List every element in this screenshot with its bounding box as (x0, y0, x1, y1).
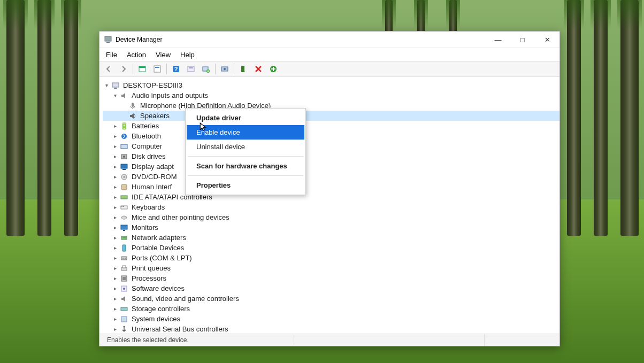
show-all-icon[interactable] (135, 62, 149, 76)
enable-device-icon[interactable] (236, 62, 250, 76)
properties-icon[interactable] (150, 62, 164, 76)
tree-category[interactable]: ▸Bluetooth (103, 131, 559, 141)
chevron-right-icon[interactable]: ▸ (111, 314, 119, 324)
tree-category[interactable]: ▸Human Interf (103, 182, 559, 192)
tree-root[interactable]: ▾ DESKTOP-ESDIII3 (103, 80, 559, 90)
chevron-right-icon[interactable]: ▸ (111, 212, 119, 222)
svg-rect-5 (155, 67, 159, 68)
menu-action[interactable]: Action (122, 50, 150, 60)
category-label: Human Interf (131, 182, 173, 192)
microphone-icon (128, 102, 137, 110)
category-label: Network adapters (131, 233, 187, 243)
chevron-right-icon[interactable]: ▸ (111, 192, 119, 202)
ctx-uninstall[interactable]: Uninstall device (187, 140, 304, 154)
chevron-right-icon[interactable]: ▸ (111, 324, 119, 334)
chevron-down-icon[interactable]: ▾ (111, 90, 119, 101)
tree-category[interactable]: ▸Portable Devices (103, 243, 559, 253)
svg-rect-46 (121, 307, 127, 311)
chevron-right-icon[interactable]: ▸ (111, 151, 119, 161)
menu-file[interactable]: File (102, 50, 121, 60)
chevron-right-icon[interactable]: ▸ (111, 294, 119, 304)
maximize-button[interactable]: □ (510, 32, 535, 48)
ctx-properties[interactable]: Properties (187, 178, 304, 192)
tree-category[interactable]: ▸System devices (103, 314, 559, 324)
update-driver-icon[interactable] (199, 62, 213, 76)
tree-category[interactable]: ▸Processors (103, 273, 559, 283)
ctx-enable-device[interactable]: Enable device (187, 125, 304, 140)
chevron-right-icon[interactable]: ▸ (111, 182, 119, 192)
tree-category[interactable]: ▸Mice and other pointing devices (103, 212, 559, 222)
chevron-right-icon[interactable]: ▸ (111, 283, 119, 294)
minimize-button[interactable]: — (486, 32, 510, 48)
category-label: Processors (131, 273, 167, 283)
audio-icon (120, 91, 128, 100)
close-button[interactable]: ✕ (535, 32, 559, 48)
chevron-right-icon[interactable]: ▸ (111, 222, 119, 233)
svg-point-13 (224, 68, 226, 70)
chevron-right-icon[interactable]: ▸ (111, 263, 119, 273)
tree-category[interactable]: ▸🔋Batteries (103, 121, 559, 131)
chevron-right-icon[interactable]: ▸ (111, 202, 119, 212)
svg-rect-36 (122, 245, 126, 251)
tree-audio[interactable]: ▾ Audio inputs and outputs (103, 90, 559, 101)
chevron-right-icon[interactable]: ▸ (111, 253, 119, 263)
category-icon (120, 213, 128, 222)
category-icon (120, 254, 128, 262)
device-tree[interactable]: ▾ DESKTOP-ESDIII3 ▾ Audio inputs and out… (99, 77, 559, 334)
app-icon (104, 35, 112, 44)
svg-rect-27 (121, 184, 127, 190)
toolbar: ? (99, 61, 559, 77)
tree-category[interactable]: ▸Sound, video and game controllers (103, 294, 559, 304)
scan-hardware-icon[interactable] (218, 62, 232, 76)
tree-category[interactable]: ▸Print queues (103, 263, 559, 273)
menu-help[interactable]: Help (176, 50, 199, 60)
back-button[interactable] (102, 62, 116, 76)
tree-category[interactable]: ▸Display adapt (103, 161, 559, 172)
help-icon[interactable]: ? (169, 62, 183, 76)
chevron-right-icon[interactable]: ▸ (111, 243, 119, 253)
svg-text:?: ? (174, 66, 178, 72)
tree-category[interactable]: ▸Monitors (103, 222, 559, 233)
category-icon (120, 264, 128, 273)
svg-rect-18 (132, 103, 134, 107)
tree-category[interactable]: ▸Network adapters (103, 233, 559, 243)
uninstall-icon[interactable] (251, 62, 265, 76)
chevron-right-icon[interactable]: ▸ (111, 161, 119, 172)
tree-category[interactable]: ▸Keyboards (103, 202, 559, 212)
chevron-down-icon[interactable]: ▾ (103, 80, 110, 90)
category-label: Batteries (131, 121, 160, 131)
tree-category[interactable]: ▸Computer (103, 141, 559, 151)
category-icon (120, 244, 128, 252)
category-label: System devices (131, 314, 181, 324)
svg-rect-17 (114, 88, 117, 89)
tree-category[interactable]: ▸Storage controllers (103, 304, 559, 314)
status-cell-2 (294, 334, 485, 346)
category-icon (120, 223, 128, 232)
chevron-right-icon[interactable]: ▸ (111, 131, 119, 141)
chevron-right-icon[interactable]: ▸ (111, 304, 119, 314)
tree-category[interactable]: ▸IDE ATA/ATAPI controllers (103, 192, 559, 202)
chevron-right-icon[interactable]: ▸ (111, 172, 119, 182)
category-icon (120, 315, 128, 323)
ctx-scan-hw[interactable]: Scan for hardware changes (187, 159, 304, 173)
tree-category[interactable]: ▸DVD/CD-ROM (103, 172, 559, 182)
chevron-right-icon[interactable]: ▸ (111, 141, 119, 151)
svg-rect-30 (121, 206, 122, 207)
menu-view[interactable]: View (151, 50, 175, 60)
tree-category[interactable]: ▸Universal Serial Bus controllers (103, 324, 559, 334)
forward-button[interactable] (117, 62, 131, 76)
tree-category[interactable]: ▸Ports (COM & LPT) (103, 253, 559, 263)
tree-category[interactable]: ▸Software devices (103, 283, 559, 294)
chevron-right-icon[interactable]: ▸ (111, 121, 119, 131)
tree-category[interactable]: ▸Disk drives (103, 151, 559, 161)
tree-microphone[interactable]: Microphone (High Definition Audio Device… (103, 101, 559, 111)
svg-rect-24 (122, 169, 126, 170)
tree-speakers[interactable]: Speakers (103, 111, 559, 121)
add-hardware-icon[interactable] (266, 62, 280, 76)
chevron-right-icon[interactable]: ▸ (111, 273, 119, 283)
chevron-right-icon[interactable]: ▸ (111, 233, 119, 243)
menubar: File Action View Help (99, 48, 559, 61)
ctx-update-driver[interactable]: Update driver (187, 111, 304, 125)
titlebar[interactable]: Device Manager — □ ✕ (99, 32, 559, 48)
action-icon[interactable] (184, 62, 198, 76)
